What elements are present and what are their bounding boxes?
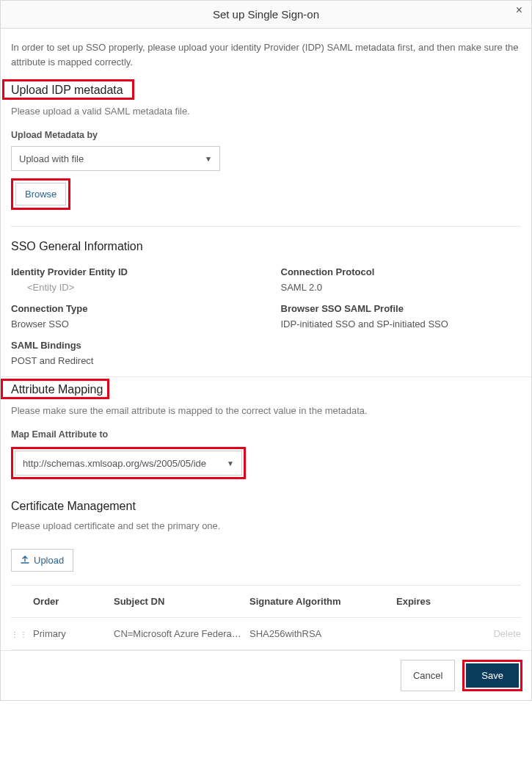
- delete-cert-link[interactable]: Delete: [477, 628, 521, 639]
- general-info-heading: SSO General Information: [11, 240, 143, 253]
- entity-id-label: Identity Provider Entity ID: [11, 266, 252, 277]
- upload-method-label: Upload Metadata by: [11, 130, 521, 140]
- cert-table-header: Order Subject DN Signature Algorithm Exp…: [11, 586, 521, 618]
- entity-id-value: <Entity ID>: [11, 282, 252, 293]
- chevron-down-icon: ▼: [227, 459, 234, 467]
- cell-subject: CN=Microsoft Azure Federa…: [114, 628, 249, 639]
- dialog-footer: Cancel Save: [1, 650, 531, 700]
- conn-type-value: Browser SSO: [11, 318, 252, 329]
- col-subject: Subject DN: [114, 596, 249, 607]
- upload-subtext: Please upload a valid SAML metadata file…: [11, 106, 521, 117]
- bindings-label: SAML Bindings: [11, 340, 252, 351]
- protocol-value: SAML 2.0: [281, 282, 522, 293]
- bindings-block: SAML Bindings POST and Redirect: [11, 340, 252, 366]
- map-email-selected: http://schemas.xmlsoap.org/ws/2005/05/id…: [23, 458, 221, 469]
- bindings-value: POST and Redirect: [11, 355, 252, 366]
- dialog-title: Set up Single Sign-on: [213, 8, 319, 21]
- drag-handle-icon[interactable]: ⋮⋮: [11, 633, 29, 636]
- map-label: Map Email Attribute to: [11, 429, 521, 440]
- dialog-header: Set up Single Sign-on ×: [1, 1, 531, 29]
- col-order: Order: [33, 596, 114, 607]
- browse-button[interactable]: Browse: [15, 183, 66, 205]
- close-button[interactable]: ×: [513, 4, 525, 17]
- highlight-browse: Browse: [11, 178, 70, 210]
- cert-table-row: ⋮⋮ Primary CN=Microsoft Azure Federa… SH…: [11, 618, 521, 649]
- protocol-block: Connection Protocol SAML 2.0: [281, 266, 522, 293]
- cell-order: Primary: [33, 628, 114, 639]
- upload-icon: [21, 555, 29, 566]
- cell-algorithm: SHA256withRSA: [249, 628, 396, 639]
- cert-upload-button[interactable]: Upload: [11, 549, 73, 572]
- highlight-save: Save: [462, 660, 522, 691]
- upload-idp-section: Upload IDP metadata Please upload a vali…: [11, 84, 521, 210]
- upload-method-selected: Upload with file: [19, 153, 84, 164]
- cert-subtext: Please upload certificate and set the pr…: [11, 520, 521, 531]
- cert-table: Order Subject DN Signature Algorithm Exp…: [11, 585, 521, 650]
- cert-heading: Certificate Management: [11, 500, 521, 513]
- upload-heading: Upload IDP metadata: [11, 84, 123, 97]
- attr-heading: Attribute Mapping: [11, 383, 103, 396]
- sso-setup-dialog: Set up Single Sign-on × In order to set …: [0, 0, 532, 701]
- profile-label: Browser SSO SAML Profile: [281, 303, 522, 314]
- cert-upload-label: Upload: [34, 555, 64, 566]
- entity-id-block: Identity Provider Entity ID <Entity ID>: [11, 266, 252, 293]
- general-info-grid: Identity Provider Entity ID <Entity ID> …: [11, 266, 521, 376]
- cancel-button[interactable]: Cancel: [401, 660, 455, 691]
- divider: [11, 226, 521, 227]
- profile-block: Browser SSO SAML Profile IDP-initiated S…: [281, 303, 522, 329]
- intro-text: In order to set up SSO properly, please …: [11, 40, 521, 69]
- upload-method-select[interactable]: Upload with file ▼: [11, 146, 220, 171]
- col-expires: Expires: [396, 596, 477, 607]
- protocol-label: Connection Protocol: [281, 266, 522, 277]
- attribute-mapping-section: Attribute Mapping Please make sure the e…: [1, 376, 531, 479]
- map-email-select[interactable]: http://schemas.xmlsoap.org/ws/2005/05/id…: [15, 451, 242, 476]
- profile-value: IDP-initiated SSO and SP-initiated SSO: [281, 318, 522, 329]
- save-button[interactable]: Save: [466, 663, 519, 688]
- chevron-down-icon: ▼: [205, 155, 212, 163]
- highlight-map-select: http://schemas.xmlsoap.org/ws/2005/05/id…: [11, 447, 246, 479]
- conn-type-label: Connection Type: [11, 303, 252, 314]
- dialog-body: In order to set up SSO properly, please …: [1, 29, 531, 650]
- col-algorithm: Signature Algorithm: [249, 596, 396, 607]
- attr-subtext: Please make sure the email attribute is …: [11, 405, 521, 416]
- conn-type-block: Connection Type Browser SSO: [11, 303, 252, 329]
